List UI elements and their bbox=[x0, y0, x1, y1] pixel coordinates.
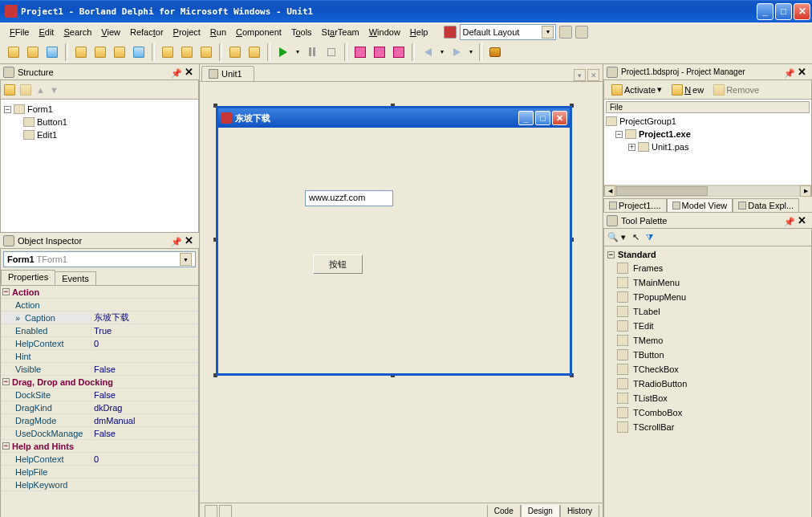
scroll-left-button[interactable]: ◀ bbox=[604, 185, 615, 197]
menu-file[interactable]: FFileFile bbox=[5, 26, 34, 39]
filter-button[interactable]: ⧩ bbox=[646, 232, 653, 242]
property-value[interactable]: False bbox=[91, 364, 198, 374]
menu-component[interactable]: Component bbox=[231, 26, 286, 39]
open-project-button[interactable] bbox=[72, 43, 90, 61]
tab-menu-button[interactable]: ▾ bbox=[574, 69, 586, 81]
help-button[interactable] bbox=[486, 43, 504, 61]
property-name[interactable]: HelpContext bbox=[1, 339, 91, 348]
layout-select[interactable]: Default Layout ▼ bbox=[460, 24, 556, 40]
back-button[interactable] bbox=[419, 43, 436, 61]
tree-node-button1[interactable]: Button1 bbox=[4, 116, 195, 128]
palette-item[interactable]: TRadioButton bbox=[606, 377, 810, 391]
add-button[interactable] bbox=[91, 43, 109, 61]
pm-tree[interactable]: File ProjectGroup1 − Project1.exe + Unit… bbox=[604, 100, 811, 185]
palette-item[interactable]: TButton bbox=[606, 348, 810, 362]
tab-code[interactable]: Code bbox=[487, 505, 521, 518]
run-button[interactable] bbox=[274, 43, 292, 61]
property-name[interactable]: Enabled bbox=[1, 326, 91, 336]
tab-design[interactable]: Design bbox=[521, 505, 560, 518]
window-maximize-button[interactable]: □ bbox=[775, 3, 792, 20]
palette-item[interactable]: TScrollBar bbox=[606, 420, 810, 434]
pin-icon[interactable]: 📌 bbox=[171, 68, 179, 76]
save-layout-button[interactable] bbox=[559, 26, 572, 39]
close-icon[interactable]: ✕ bbox=[795, 66, 809, 78]
close-icon[interactable]: ✕ bbox=[182, 234, 196, 246]
property-name[interactable]: Hint bbox=[1, 352, 91, 361]
menu-tools[interactable]: Tools bbox=[286, 26, 317, 39]
run-dropdown-button[interactable]: ▼ bbox=[294, 43, 302, 61]
menu-help[interactable]: Help bbox=[405, 26, 433, 39]
design-form[interactable]: 东坡下载 _ □ ✕ www.uzzf.com 按钮 bbox=[216, 106, 572, 376]
tp-list[interactable]: − Standard FramesTMainMenuTPopupMenuTLab… bbox=[604, 246, 811, 517]
window-close-button[interactable]: ✕ bbox=[794, 3, 810, 20]
property-category[interactable]: −Drag, Drop and Docking bbox=[1, 377, 113, 387]
menu-search[interactable]: Search bbox=[59, 26, 96, 39]
property-value[interactable]: False bbox=[91, 390, 198, 400]
tab-events[interactable]: Events bbox=[55, 271, 96, 285]
property-name[interactable]: UseDockManage bbox=[1, 429, 91, 438]
menu-project[interactable]: Project bbox=[168, 26, 205, 39]
collapse-icon[interactable]: − bbox=[615, 131, 623, 138]
tree-node-project[interactable]: − Project1.exe bbox=[606, 128, 810, 140]
scroll-thumb[interactable] bbox=[616, 186, 708, 196]
palette-item[interactable]: Frames bbox=[606, 261, 810, 275]
property-name[interactable]: DragMode bbox=[1, 416, 91, 425]
tab-model-view[interactable]: Model View bbox=[667, 198, 733, 212]
edit1-control[interactable]: www.uzzf.com bbox=[305, 190, 393, 206]
folder-icon[interactable] bbox=[4, 84, 15, 96]
property-name[interactable]: DragKind bbox=[1, 403, 91, 413]
property-value[interactable]: 0 bbox=[91, 454, 198, 464]
menu-run[interactable]: Run bbox=[205, 26, 231, 39]
down-icon[interactable]: ▼ bbox=[50, 85, 59, 95]
component-selector[interactable]: Form1 TForm1 ▼ bbox=[3, 251, 196, 267]
up-icon[interactable]: ▲ bbox=[36, 85, 45, 95]
pm-hscroll[interactable]: ◀ ▶ bbox=[604, 185, 811, 196]
property-name[interactable]: HelpContext bbox=[1, 454, 91, 464]
palette-item[interactable]: TMainMenu bbox=[606, 275, 810, 290]
window-minimize-button[interactable]: _ bbox=[757, 3, 773, 20]
tree-node-projectgroup[interactable]: ProjectGroup1 bbox=[606, 115, 810, 128]
pointer-button[interactable]: ↖ bbox=[632, 232, 639, 242]
property-category[interactable]: −Action bbox=[1, 287, 39, 297]
button1-control[interactable]: 按钮 bbox=[313, 254, 363, 274]
new-form-button[interactable] bbox=[226, 43, 244, 61]
tree-node-form1[interactable]: − Form1 bbox=[4, 103, 195, 116]
property-name[interactable]: HelpFile bbox=[1, 467, 91, 477]
stop-button[interactable] bbox=[323, 43, 340, 61]
menu-edit[interactable]: Edit bbox=[34, 26, 59, 39]
new-unit-button[interactable] bbox=[246, 43, 263, 61]
expand-icon[interactable]: + bbox=[628, 144, 635, 151]
palette-item[interactable]: TListBox bbox=[606, 391, 810, 405]
step-over-button[interactable] bbox=[371, 43, 388, 61]
property-category[interactable]: −Help and Hints bbox=[1, 442, 74, 451]
pin-icon[interactable]: 📌 bbox=[784, 68, 792, 76]
save-button[interactable] bbox=[43, 43, 61, 61]
property-name[interactable]: »Caption bbox=[1, 313, 91, 323]
tab-close-button[interactable]: ✕ bbox=[587, 69, 599, 81]
property-value[interactable]: 0 bbox=[91, 339, 198, 348]
new-items-button[interactable] bbox=[5, 43, 22, 61]
delete-layout-button[interactable] bbox=[575, 26, 588, 39]
palette-item[interactable]: TLabel bbox=[606, 304, 810, 319]
palette-item[interactable]: TPopupMenu bbox=[606, 290, 810, 304]
remove-button[interactable]: Remove bbox=[709, 82, 763, 98]
form-client-area[interactable]: www.uzzf.com 按钮 bbox=[218, 128, 570, 373]
palette-item[interactable]: TComboBox bbox=[606, 405, 810, 420]
property-value[interactable]: dmManual bbox=[91, 416, 198, 425]
property-name[interactable]: Visible bbox=[1, 364, 91, 374]
toggle-button[interactable] bbox=[197, 43, 215, 61]
palette-item[interactable]: TMemo bbox=[606, 333, 810, 348]
collapse-icon[interactable]: − bbox=[607, 251, 615, 258]
palette-category[interactable]: − Standard bbox=[606, 248, 810, 261]
property-value[interactable]: 东坡下载 bbox=[91, 311, 198, 324]
menu-window[interactable]: Window bbox=[364, 26, 405, 39]
forward-button[interactable] bbox=[448, 43, 465, 61]
tab-unit1[interactable]: Unit1 bbox=[201, 66, 254, 81]
menu-view[interactable]: View bbox=[96, 26, 125, 39]
trace-into-button[interactable] bbox=[351, 43, 369, 61]
structure-tree[interactable]: − Form1 Button1 Edit1 bbox=[1, 100, 198, 232]
property-value[interactable]: True bbox=[91, 326, 198, 336]
nav-button[interactable] bbox=[205, 505, 217, 518]
property-name[interactable]: Action bbox=[1, 300, 91, 310]
open-button[interactable] bbox=[24, 43, 42, 61]
